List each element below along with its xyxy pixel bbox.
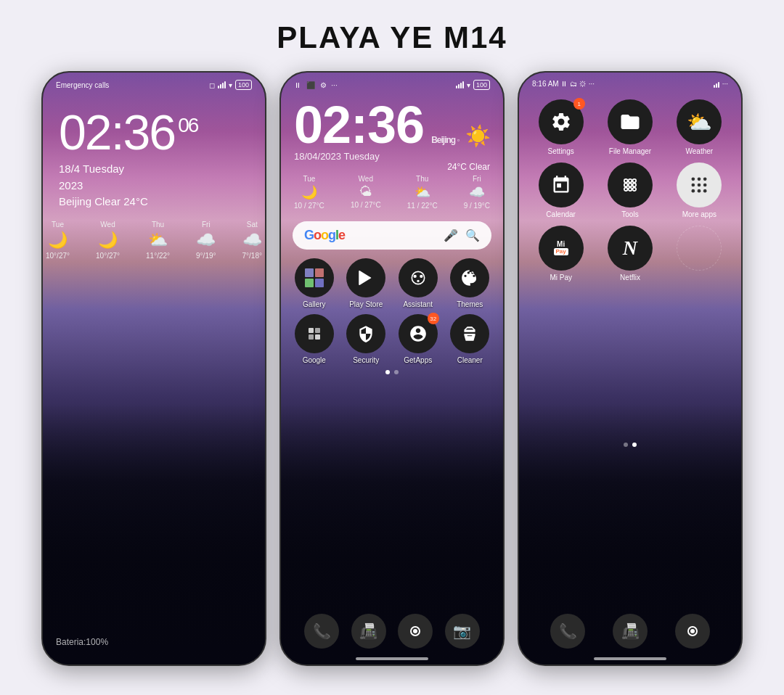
phone-1-lockscreen: Emergency calls ◻ ▾ 100 02:3606 <box>41 71 266 666</box>
assistant-icon <box>399 258 438 297</box>
phone3-status-right: ··· <box>714 80 728 88</box>
phone2-dock-phone[interactable]: 📞 <box>304 614 339 649</box>
netflix-icon: N <box>608 226 653 271</box>
phone2-sun-icon: ☀️ <box>465 126 490 147</box>
google-icon <box>295 314 334 353</box>
app-security[interactable]: Security <box>342 314 391 364</box>
themes-icon <box>450 258 489 297</box>
phone3-app-section: 1 Settings File Manager <box>519 91 741 287</box>
app-settings[interactable]: 1 Settings <box>529 99 592 155</box>
svg-point-12 <box>624 188 628 192</box>
tools-icon <box>608 163 653 207</box>
weather-icon: ⛅ <box>677 99 722 144</box>
phone3-page-dots <box>519 443 741 447</box>
tools-label: Tools <box>621 210 638 218</box>
phones-container: Emergency calls ◻ ▾ 100 02:3606 <box>0 71 784 666</box>
settings-label: Settings <box>548 147 574 155</box>
phone3-dock-phone[interactable]: 📞 <box>550 614 585 649</box>
phone-3-appsscreen: 8:16 AM ⏸ 🗂 ⚙ ··· ··· <box>518 71 743 666</box>
app-playstore[interactable]: Play Store <box>342 258 391 308</box>
calendar-label: Calendar <box>546 210 576 218</box>
google-label: Google <box>303 356 326 364</box>
playstore-icon <box>346 258 385 297</box>
phone3-dock-chrome[interactable] <box>675 614 710 649</box>
svg-rect-5 <box>315 328 320 333</box>
phone3-dock-voicemail[interactable]: 📠 <box>613 614 648 649</box>
phone2-clock-area: 02:36 Beijing ◦ ☀️ 18/04/2023 Tuesday 24… <box>281 93 503 215</box>
phone2-app-grid-row2: Google Security <box>281 314 503 364</box>
svg-point-21 <box>703 178 707 181</box>
app-google[interactable]: Google <box>290 314 339 364</box>
svg-point-26 <box>698 189 701 193</box>
security-icon <box>346 314 385 353</box>
mipay-label: Mi Pay <box>550 274 572 281</box>
app-themes[interactable]: Themes <box>446 258 495 308</box>
svg-point-10 <box>624 179 628 183</box>
settings-badge: 1 <box>573 98 585 110</box>
mipay-icon: Mi Pay <box>539 226 584 271</box>
phone1-date: 18/4 Tuesday 2023 Beijing Clear 24°C <box>59 161 249 210</box>
phone1-day-tue: Tue 🌙 10°/27° <box>46 221 70 260</box>
phone2-current-weather: 24°C Clear <box>294 162 490 172</box>
svg-point-16 <box>632 184 636 187</box>
phone1-time: 02:3606 <box>59 107 249 157</box>
cleaner-label: Cleaner <box>457 356 483 364</box>
app-moreapps[interactable]: More apps <box>668 163 731 218</box>
phone1-day-wed: Wed 🌙 10°/27° <box>96 221 120 260</box>
mic-icon[interactable]: 🎤 <box>444 229 458 242</box>
app-filemanager[interactable]: File Manager <box>598 99 661 155</box>
phone3-status-bar: 8:16 AM ⏸ 🗂 ⚙ ··· ··· <box>519 73 741 91</box>
phone2-wifi-icon: ▾ <box>467 81 470 89</box>
lens-icon[interactable]: 🔍 <box>465 229 480 242</box>
getapps-badge: 32 <box>428 313 439 324</box>
moreapps-label: More apps <box>682 210 716 218</box>
phone-2-homescreen: ⏸ ⬛ ⚙ ··· ▾ 100 <box>279 71 505 666</box>
app-weather[interactable]: ⛅ Weather <box>668 99 731 155</box>
phone1-battery-label: Bateria:100% <box>56 637 108 647</box>
app-netflix[interactable]: N Netflix <box>598 226 661 281</box>
phone1-day-thu: Thu ⛅ 11°/22° <box>146 221 170 260</box>
phone3-row2: Calendar <box>529 163 731 218</box>
phone2-home-indicator <box>356 657 428 660</box>
getapps-icon: 32 <box>399 314 438 353</box>
svg-point-0 <box>412 271 424 284</box>
phone1-day-fri: Fri ☁️ 9°/19° <box>196 221 216 260</box>
phone3-row3: Mi Pay Mi Pay N Netflix <box>529 226 731 281</box>
app-cleaner[interactable]: Cleaner <box>446 314 495 364</box>
settings-icon: 1 <box>539 99 584 144</box>
phone1-clock-area: 02:3606 18/4 Tuesday 2023 Beijing Clear … <box>43 93 265 210</box>
dot-3-2 <box>632 443 637 447</box>
phone3-dock: 📞 📠 <box>519 608 741 656</box>
app-assistant[interactable]: Assistant <box>393 258 443 308</box>
svg-point-19 <box>692 178 695 181</box>
app-calendar[interactable]: Calendar <box>529 163 592 218</box>
app-mipay[interactable]: Mi Pay Mi Pay <box>529 226 592 281</box>
app-gallery[interactable]: Gallery <box>290 258 339 308</box>
app-getapps[interactable]: 32 GetApps <box>393 314 443 364</box>
app-tools[interactable]: Tools <box>598 163 661 218</box>
gallery-icon <box>295 258 334 297</box>
phone2-battery: 100 <box>473 80 490 90</box>
phone2-app-grid-row1: Gallery Play Store <box>281 258 503 308</box>
security-label: Security <box>353 356 379 364</box>
phone2-search-bar[interactable]: Google 🎤 🔍 <box>293 221 491 250</box>
phone2-dock-voicemail[interactable]: 📠 <box>351 614 386 649</box>
phone2-dock-camera[interactable]: 📷 <box>445 614 480 649</box>
phone2-dock-chrome[interactable] <box>398 614 433 649</box>
svg-point-13 <box>632 188 636 192</box>
phone1-wifi-icon: ▾ <box>229 81 232 89</box>
phone2-forecast: Tue 🌙 10 / 27°C Wed 🌤 10 / 27°C Thu ⛅ 11… <box>294 175 490 210</box>
svg-point-25 <box>692 189 695 193</box>
netflix-label: Netflix <box>620 274 640 281</box>
phone1-day-sat: Sat ☁️ 7°/18° <box>242 221 262 260</box>
svg-point-15 <box>624 184 628 187</box>
phone1-forecast: Tue 🌙 10°/27° Wed 🌙 10°/27° Thu ⛅ 11°/22… <box>43 221 265 260</box>
svg-point-2 <box>420 275 422 278</box>
getapps-label: GetApps <box>404 356 432 364</box>
phone3-home-indicator <box>594 657 666 660</box>
assistant-label: Assistant <box>403 300 433 308</box>
calendar-icon <box>539 163 584 207</box>
svg-point-22 <box>692 184 695 187</box>
phone2-page-dots <box>281 370 503 374</box>
filemanager-label: File Manager <box>609 147 651 155</box>
